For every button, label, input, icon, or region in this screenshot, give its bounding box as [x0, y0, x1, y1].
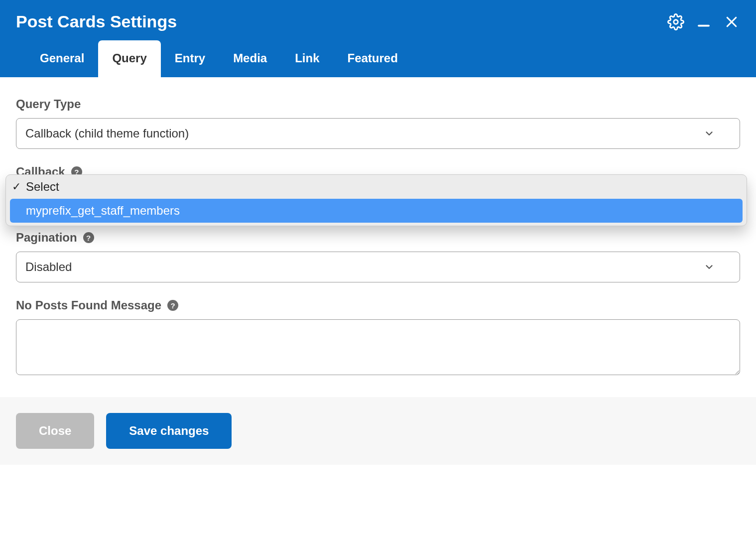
help-icon[interactable]: ?	[167, 300, 178, 311]
gear-icon	[667, 13, 684, 30]
tabs: General Query Entry Media Link Featured	[16, 40, 740, 77]
header-actions	[667, 13, 740, 30]
modal-header: Post Cards Settings General Query Entry …	[0, 0, 756, 77]
label-pagination: Pagination ?	[16, 231, 740, 245]
save-changes-button[interactable]: Save changes	[106, 413, 232, 449]
label-pagination-text: Pagination	[16, 231, 77, 245]
tab-media[interactable]: Media	[219, 40, 281, 77]
select-pagination[interactable]: Disabled	[16, 252, 740, 282]
field-query-type: Query Type Callback (child theme functio…	[16, 97, 740, 149]
label-query-type: Query Type	[16, 97, 740, 111]
label-query-type-text: Query Type	[16, 97, 81, 111]
dropdown-option-myprefix-label: myprefix_get_staff_members	[26, 204, 180, 218]
label-no-posts-text: No Posts Found Message	[16, 298, 161, 312]
close-modal-button[interactable]: Close	[16, 413, 94, 449]
textarea-no-posts[interactable]	[16, 319, 740, 375]
select-query-type-value: Callback (child theme function)	[25, 127, 189, 140]
dropdown-option-select[interactable]: Select	[6, 175, 747, 199]
dropdown-option-select-label: Select	[26, 180, 59, 194]
svg-point-0	[674, 19, 678, 24]
settings-modal: Post Cards Settings General Query Entry …	[0, 0, 756, 465]
select-query-type[interactable]: Callback (child theme function)	[16, 118, 740, 149]
settings-button[interactable]	[667, 13, 684, 30]
title-row: Post Cards Settings	[16, 12, 740, 40]
help-icon[interactable]: ?	[83, 232, 94, 243]
minimize-button[interactable]	[695, 13, 712, 30]
chevron-down-icon	[704, 128, 715, 139]
label-no-posts: No Posts Found Message ?	[16, 298, 740, 312]
modal-title: Post Cards Settings	[16, 12, 177, 31]
close-button[interactable]	[723, 13, 740, 30]
select-pagination-value: Disabled	[25, 260, 72, 274]
tab-entry[interactable]: Entry	[161, 40, 219, 77]
tab-general[interactable]: General	[26, 40, 98, 77]
tab-query[interactable]: Query	[98, 40, 160, 77]
chevron-down-icon	[704, 262, 715, 272]
field-no-posts: No Posts Found Message ?	[16, 298, 740, 377]
tab-featured[interactable]: Featured	[333, 40, 411, 77]
minimize-icon	[696, 14, 711, 29]
close-icon	[724, 14, 739, 29]
field-pagination: Pagination ? Disabled	[16, 231, 740, 282]
modal-footer: Close Save changes	[0, 397, 756, 465]
tab-link[interactable]: Link	[281, 40, 333, 77]
modal-body: Query Type Callback (child theme functio…	[0, 77, 756, 397]
callback-dropdown-panel[interactable]: Select myprefix_get_staff_members	[5, 174, 747, 226]
dropdown-option-myprefix[interactable]: myprefix_get_staff_members	[10, 199, 743, 223]
